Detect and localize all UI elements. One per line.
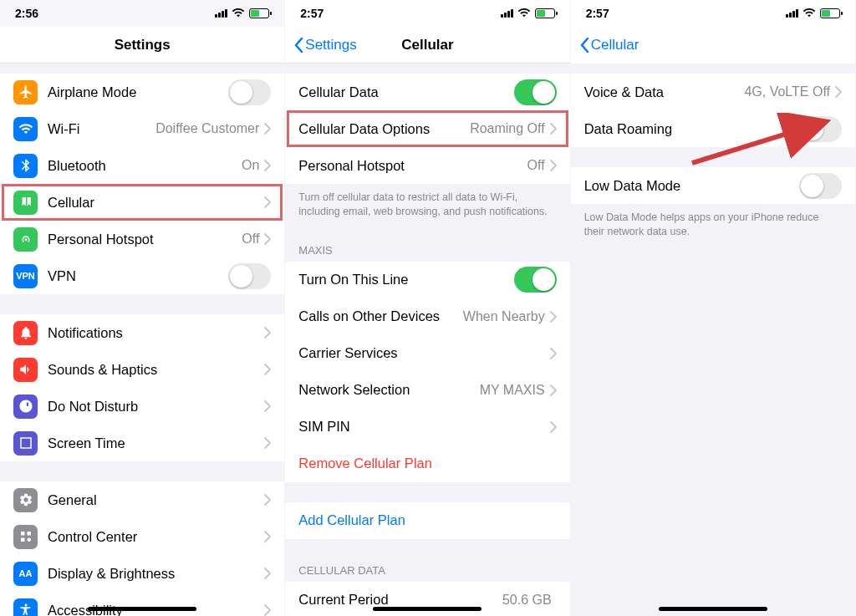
screentime-icon xyxy=(13,431,38,456)
cell-label: Personal Hotspot xyxy=(298,158,527,174)
battery-icon xyxy=(535,8,555,18)
back-button[interactable]: Cellular xyxy=(579,27,639,64)
display-icon: AA xyxy=(13,562,38,586)
airplane-mode-cell[interactable]: Airplane Mode xyxy=(0,74,284,110)
screen-time-cell[interactable]: Screen Time xyxy=(0,425,284,461)
sim-pin-cell[interactable]: SIM PIN xyxy=(285,409,569,445)
status-time: 2:57 xyxy=(586,7,609,20)
hotspot-icon xyxy=(13,227,38,252)
bluetooth-cell[interactable]: BluetoothOn xyxy=(0,147,284,184)
page-title: Cellular xyxy=(401,37,453,53)
chevron-right-icon xyxy=(550,421,557,433)
nav-header: Settings xyxy=(0,27,284,64)
chevron-right-icon xyxy=(550,160,557,171)
cellular-cell[interactable]: Cellular xyxy=(0,184,284,221)
voice-data-cell[interactable]: Voice & Data4G, VoLTE Off xyxy=(571,74,855,110)
cellular-data-cell[interactable]: Cellular Data xyxy=(285,74,569,110)
cell-label: Calls on Other Devices xyxy=(298,308,463,324)
chevron-left-icon xyxy=(293,37,303,53)
cell-label: Wi-Fi xyxy=(48,121,155,137)
home-indicator[interactable] xyxy=(88,607,196,611)
section-footer: Low Data Mode helps apps on your iPhone … xyxy=(571,204,855,239)
wifi-status-icon xyxy=(802,6,816,21)
section-footer: Turn off cellular data to restrict all d… xyxy=(285,184,569,219)
settings-group: GeneralControl CenterAADisplay & Brightn… xyxy=(0,481,284,616)
calls-on-other-devices-cell[interactable]: Calls on Other DevicesWhen Nearby xyxy=(285,298,569,335)
chevron-right-icon xyxy=(264,494,271,506)
control-center-cell[interactable]: Control Center xyxy=(0,518,284,555)
cell-label: Remove Cellular Plan xyxy=(298,456,556,471)
chevron-right-icon xyxy=(264,327,271,339)
settings-group: Turn On This LineCalls on Other DevicesW… xyxy=(285,262,569,482)
highlight-annotation: Cellular xyxy=(0,184,284,221)
status-time: 2:57 xyxy=(300,7,324,20)
cell-label: Cellular Data xyxy=(298,84,513,100)
back-button[interactable]: Settings xyxy=(293,27,356,63)
toggle-switch[interactable] xyxy=(228,263,271,289)
general-cell[interactable]: General xyxy=(0,481,284,518)
cellular-data-options-cell[interactable]: Cellular Data OptionsRoaming Off xyxy=(285,110,569,147)
data-roaming-cell[interactable]: Data Roaming xyxy=(571,110,855,147)
home-indicator[interactable] xyxy=(659,607,767,611)
toggle-switch[interactable] xyxy=(514,267,557,293)
add-cellular-plan-cell[interactable]: Add Cellular Plan xyxy=(285,502,569,539)
cell-label: Notifications xyxy=(48,325,264,341)
sounds-haptics-cell[interactable]: Sounds & Haptics xyxy=(0,351,284,388)
control-center-icon xyxy=(13,525,38,549)
display-brightness-cell[interactable]: AADisplay & Brightness xyxy=(0,555,284,592)
cell-value: On xyxy=(242,158,259,173)
toggle-switch[interactable] xyxy=(799,173,842,199)
chevron-right-icon xyxy=(264,123,271,135)
low-data-mode-cell[interactable]: Low Data Mode xyxy=(571,167,855,204)
cell-label: Airplane Mode xyxy=(48,84,228,100)
cell-label: Voice & Data xyxy=(584,84,745,100)
section-header: CELLULAR DATA xyxy=(285,559,569,582)
vpn-cell[interactable]: VPNVPN xyxy=(0,257,284,294)
general-icon xyxy=(13,488,38,512)
carrier-services-cell[interactable]: Carrier Services xyxy=(285,335,569,372)
cell-label: Sounds & Haptics xyxy=(48,362,264,378)
toggle-switch[interactable] xyxy=(514,79,557,105)
settings-group: NotificationsSounds & HapticsDo Not Dist… xyxy=(0,314,284,461)
turn-on-this-line-cell[interactable]: Turn On This Line xyxy=(285,262,569,298)
cell-label: Personal Hotspot xyxy=(48,232,242,247)
chevron-right-icon xyxy=(264,604,271,616)
wifi-cell[interactable]: Wi-FiDoiffee Customer xyxy=(0,110,284,147)
wifi-status-icon xyxy=(517,6,531,21)
notifications-icon xyxy=(13,321,38,345)
signal-icon xyxy=(501,9,513,18)
cell-value: 4G, VoLTE Off xyxy=(744,84,830,99)
toggle-switch[interactable] xyxy=(799,116,842,142)
settings-group: Add Cellular Plan xyxy=(285,502,569,539)
do-not-disturb-cell[interactable]: Do Not Disturb xyxy=(0,388,284,425)
cell-label: Current Period xyxy=(298,592,502,608)
status-bar: 2:56 xyxy=(0,0,284,27)
section-header: MAXIS xyxy=(285,239,569,262)
chevron-right-icon xyxy=(264,196,271,208)
cell-label: General xyxy=(48,492,264,508)
personal-hotspot-cell[interactable]: Personal HotspotOff xyxy=(0,221,284,257)
cell-label: Cellular xyxy=(48,195,264,211)
settings-group: Low Data Mode xyxy=(571,167,855,204)
page-title: Settings xyxy=(115,37,171,53)
cell-value: Roaming Off xyxy=(470,121,545,136)
chevron-right-icon xyxy=(264,531,271,542)
vpn-icon: VPN xyxy=(13,264,38,288)
chevron-right-icon xyxy=(264,160,271,171)
toggle-switch[interactable] xyxy=(228,79,271,105)
signal-icon xyxy=(215,9,227,18)
battery-icon xyxy=(820,8,840,18)
settings-group: Airplane ModeWi-FiDoiffee CustomerBlueto… xyxy=(0,74,284,294)
network-selection-cell[interactable]: Network SelectionMY MAXIS xyxy=(285,372,569,409)
battery-icon xyxy=(249,8,269,18)
chevron-right-icon xyxy=(550,311,557,323)
chevron-right-icon xyxy=(264,233,271,245)
personal-hotspot-cell[interactable]: Personal HotspotOff xyxy=(285,147,569,184)
cell-label: Carrier Services xyxy=(298,345,549,361)
remove-cellular-plan-cell[interactable]: Remove Cellular Plan xyxy=(285,445,569,482)
home-indicator[interactable] xyxy=(373,607,482,611)
cell-label: Cellular Data Options xyxy=(298,121,470,137)
airplane-icon xyxy=(13,80,38,104)
accessibility-cell[interactable]: Accessibility xyxy=(0,592,284,616)
notifications-cell[interactable]: Notifications xyxy=(0,314,284,351)
